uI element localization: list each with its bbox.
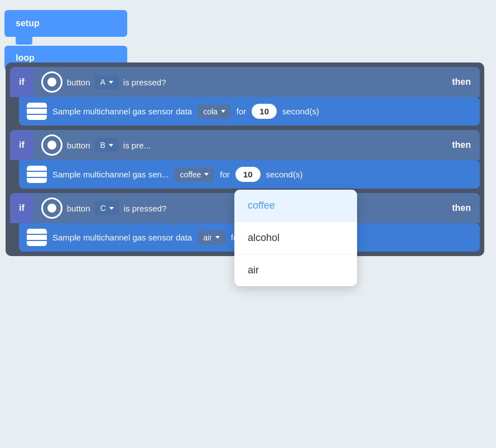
button-icon-a (41, 71, 62, 93)
seconds-label-a: second(s) (282, 107, 319, 116)
button-icon-c (41, 197, 62, 219)
db-icon-b (27, 166, 47, 183)
seconds-num-b: 10 (235, 167, 261, 182)
button-dropdown-c[interactable]: C (95, 201, 119, 215)
setup-block[interactable]: setup (4, 10, 127, 37)
type-chevron-c (215, 236, 220, 239)
block-b-header: if button B is pre... then (10, 130, 480, 160)
type-chevron-b (204, 173, 209, 176)
dropdown-item-coffee[interactable]: coffee (234, 190, 357, 222)
chevron-icon-a (109, 81, 113, 84)
dropdown-item-air[interactable]: air (234, 254, 357, 286)
condition-area-a: button A is pressed? (33, 67, 443, 97)
type-dropdown-menu[interactable]: coffee alcohol air (234, 190, 357, 286)
button-icon-b (41, 134, 62, 156)
chevron-icon-c (109, 207, 114, 210)
sample-block-a: Sample multichannel gas sensor data cola… (19, 97, 480, 126)
if-keyword-c: if (10, 193, 33, 223)
dropdown-item-alcohol[interactable]: alcohol (234, 222, 357, 254)
sample-text-b: Sample multichannel gas sen... (52, 170, 168, 179)
type-dropdown-c[interactable]: air (198, 230, 225, 245)
if-keyword-b: if (10, 130, 33, 160)
button-dropdown-a[interactable]: A (95, 75, 119, 89)
then-area-a: then (443, 67, 480, 97)
for-text-a: for (237, 107, 247, 116)
pressed-text-a: is pressed? (123, 78, 166, 87)
chevron-icon-b (109, 144, 113, 147)
seconds-num-a: 10 (252, 104, 277, 119)
then-area-b: then (443, 130, 480, 160)
button-text-a: button (67, 78, 90, 87)
if-keyword-a: if (10, 67, 33, 97)
setup-label: setup (16, 18, 40, 28)
button-text-b: button (67, 141, 90, 150)
button-dropdown-b[interactable]: B (95, 138, 119, 152)
loop-label: loop (16, 53, 35, 63)
db-icon-c (27, 229, 47, 246)
block-b-group: if button B is pre... then (10, 130, 480, 189)
then-area-c: then (443, 193, 480, 223)
pressed-text-b: is pre... (123, 141, 151, 150)
sample-text-a: Sample multichannel gas sensor data (52, 107, 192, 116)
type-chevron-a (221, 110, 225, 113)
for-text-b: for (220, 170, 230, 179)
workspace: setup loop if button A (0, 0, 496, 448)
seconds-label-b: second(s) (266, 170, 303, 179)
pressed-text-c: is pressed? (124, 204, 167, 213)
button-text-c: button (67, 204, 90, 213)
sample-text-c: Sample multichannel gas sensor data (52, 233, 192, 242)
type-dropdown-a[interactable]: cola (198, 104, 231, 119)
type-dropdown-b[interactable]: coffee (174, 167, 214, 182)
condition-area-b: button B is pre... (33, 130, 443, 160)
db-icon-a (27, 103, 47, 120)
block-a-group: if button A is pressed? then (10, 67, 480, 126)
block-a-header: if button A is pressed? then (10, 67, 480, 97)
sample-block-b: Sample multichannel gas sen... coffee fo… (19, 160, 480, 189)
